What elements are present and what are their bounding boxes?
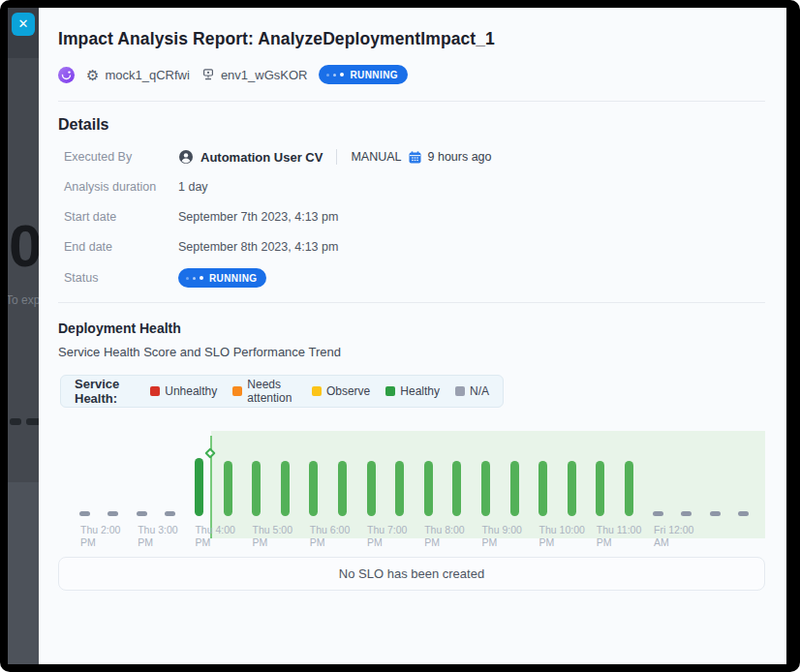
environment-icon <box>201 68 215 81</box>
health-bar-healthy <box>510 461 519 516</box>
legend-item-observe: Observe <box>312 384 370 398</box>
deployment-health-subtitle: Service Health Score and SLO Performance… <box>58 345 765 359</box>
health-bar-healthy <box>309 461 318 516</box>
health-bar-healthy <box>424 461 433 516</box>
gear-icon: ⚙ <box>86 68 99 82</box>
end-date-value: September 8th 2023, 4:13 pm <box>178 240 338 254</box>
deployment-health-heading: Deployment Health <box>58 321 765 336</box>
health-bar-healthy <box>367 461 376 516</box>
needs-attention-swatch-icon <box>232 386 242 396</box>
observe-swatch-icon <box>312 386 322 396</box>
pipeline-name: mock1_qCRfwi <box>105 68 189 82</box>
health-bar-healthy <box>252 461 261 516</box>
service-health-legend: Service Health: Unhealthy Needs attentio… <box>60 375 504 408</box>
legend-item-na: N/A <box>455 384 489 398</box>
calendar-icon <box>409 151 421 164</box>
x-axis-tick-label: Thu 8:00PM <box>424 524 464 548</box>
legend-item-needs-attention: Needs attention <box>232 378 296 405</box>
running-dots-icon <box>186 277 189 280</box>
dimmed-page-count: 0 <box>9 211 41 280</box>
x-axis-tick-label: Fri 12:00AM <box>654 524 693 548</box>
executed-by-label: Executed By <box>64 150 178 164</box>
health-bar-healthy <box>338 461 347 516</box>
deployment-health-section: Deployment Health Service Health Score a… <box>39 303 786 591</box>
report-meta-row: ⚙ mock1_qCRfwi env1_wGsKOR <box>58 65 765 84</box>
slo-empty-state: No SLO has been created <box>58 557 765 591</box>
health-bar-deployment <box>195 458 203 516</box>
user-icon <box>178 149 194 165</box>
duration-value: 1 day <box>178 180 208 194</box>
status-label: Status <box>64 271 178 285</box>
x-axis-tick-label: Thu 7:00PM <box>367 524 407 548</box>
healthy-swatch-icon <box>385 386 395 396</box>
x-axis-tick-label: Thu 10:00PM <box>539 524 585 548</box>
health-bar-healthy <box>538 461 547 516</box>
trigger-mode: MANUAL <box>351 150 401 164</box>
legend-title: Service Health: <box>75 377 135 406</box>
details-section: Details Executed By Automation User CV M… <box>39 102 786 302</box>
health-na-dash <box>738 511 749 516</box>
duration-label: Analysis duration <box>64 180 178 194</box>
health-na-dash <box>681 511 692 516</box>
x-axis-tick-label: Thu 2:00PM <box>80 524 120 548</box>
unhealthy-swatch-icon <box>150 386 160 396</box>
legend-item-unhealthy: Unhealthy <box>150 384 217 398</box>
health-chart[interactable]: Thu 2:00PMThu 3:00PMThu 4:00PMThu 5:00PM… <box>58 417 765 550</box>
vertical-separator <box>336 149 337 165</box>
x-axis-tick-label: Thu 6:00PM <box>310 524 350 548</box>
close-icon: ✕ <box>18 16 29 31</box>
impact-analysis-drawer: Impact Analysis Report: AnalyzeDeploymen… <box>39 8 786 664</box>
start-date-label: Start date <box>64 210 178 224</box>
end-date-label: End date <box>64 240 178 254</box>
status-badge: RUNNING <box>319 65 407 84</box>
drawer-header: Impact Analysis Report: AnalyzeDeploymen… <box>39 8 786 101</box>
status-row: Status RUNNING <box>58 268 765 288</box>
x-axis-tick-label: Thu 5:00PM <box>253 524 292 548</box>
running-dots-icon <box>326 74 329 76</box>
environment-name: env1_wGsKOR <box>221 68 308 82</box>
health-na-dash <box>137 511 147 516</box>
health-bar-healthy <box>596 461 604 516</box>
health-bar-healthy <box>481 461 490 516</box>
health-na-dash <box>710 511 721 516</box>
x-axis-tick-label: Thu 11:00PM <box>597 524 642 548</box>
service-avatar-icon <box>58 67 75 83</box>
pipeline-meta: ⚙ mock1_qCRfwi <box>86 68 190 82</box>
start-date-row: Start date September 7th 2023, 4:13 pm <box>58 208 765 226</box>
health-bar-healthy <box>281 461 290 516</box>
start-date-value: September 7th 2023, 4:13 pm <box>178 210 338 224</box>
legend-item-healthy: Healthy <box>385 384 440 398</box>
app-viewport: 0 To expa ✕ Impact Analysis Report: Anal… <box>8 8 786 664</box>
screenshot-frame: 0 To expa ✕ Impact Analysis Report: Anal… <box>0 0 800 672</box>
status-badge: RUNNING <box>178 268 266 288</box>
health-na-dash <box>653 511 663 516</box>
health-bar-healthy <box>224 461 232 516</box>
executed-by-user: Automation User CV <box>200 150 323 165</box>
executed-time: 9 hours ago <box>428 150 492 164</box>
end-date-row: End date September 8th 2023, 4:13 pm <box>58 238 765 256</box>
x-axis-tick-label: Thu 9:00PM <box>481 524 521 548</box>
executed-by-row: Executed By Automation User CV MANUAL <box>58 148 765 166</box>
x-axis-tick-label: Thu 4:00PM <box>195 524 234 548</box>
environment-meta: env1_wGsKOR <box>201 68 308 82</box>
health-bar-healthy <box>568 461 576 516</box>
slo-empty-text: No SLO has been created <box>339 566 484 581</box>
health-bar-healthy <box>625 461 633 516</box>
duration-row: Analysis duration 1 day <box>58 178 765 196</box>
close-drawer-button[interactable]: ✕ <box>12 13 35 36</box>
details-heading: Details <box>58 116 765 134</box>
health-na-dash <box>79 511 90 516</box>
x-axis-tick-label: Thu 3:00PM <box>138 524 177 548</box>
health-bar-healthy <box>395 461 404 516</box>
health-na-dash <box>165 511 175 516</box>
health-na-dash <box>108 511 118 516</box>
report-title: Impact Analysis Report: AnalyzeDeploymen… <box>58 29 765 49</box>
health-bar-healthy <box>452 461 461 516</box>
na-swatch-icon <box>455 386 465 396</box>
dimmed-page-dash <box>10 418 21 425</box>
